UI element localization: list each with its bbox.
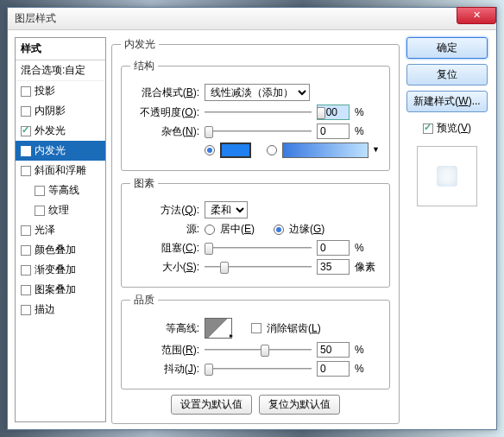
opacity-label: 不透明度(O):	[130, 105, 199, 120]
method-select[interactable]: 柔和	[205, 201, 248, 218]
preview-checkbox[interactable]	[423, 124, 433, 134]
window-title: 图层样式	[15, 11, 56, 26]
sidebar-item-label: 内发光	[35, 143, 66, 158]
sidebar-item-label: 颜色叠加	[35, 243, 76, 257]
quality-legend: 品质	[130, 293, 158, 307]
sidebar-item-等高线[interactable]: 等高线	[16, 180, 105, 200]
sidebar-checkbox[interactable]	[21, 106, 31, 117]
jitter-input[interactable]: 0	[317, 361, 350, 377]
preview-toggle[interactable]: 预览(V)	[423, 121, 471, 136]
reset-default-button[interactable]: 复位为默认值	[259, 395, 340, 415]
sidebar-item-内阴影[interactable]: 内阴影	[16, 101, 105, 121]
choke-slider[interactable]	[205, 241, 312, 255]
set-default-button[interactable]: 设置为默认值	[171, 395, 252, 415]
antialias-checkbox[interactable]	[251, 323, 261, 333]
source-edge-label: 边缘(G)	[289, 222, 324, 237]
sidebar-item-光泽[interactable]: 光泽	[16, 220, 105, 240]
range-unit: %	[355, 344, 381, 356]
panel-fieldset: 内发光 结构 混合模式(B): 线性减淡（添加） 不透明度(O): 100 %	[111, 37, 400, 424]
sidebar-item-label: 描边	[35, 302, 55, 317]
sidebar-checkbox[interactable]	[21, 166, 31, 176]
close-button[interactable]: ✕	[457, 7, 496, 24]
range-input[interactable]: 50	[317, 342, 350, 358]
sidebar-item-内发光[interactable]: 内发光	[16, 141, 105, 161]
size-unit: 像素	[355, 260, 381, 275]
sidebar-checkbox[interactable]	[21, 146, 31, 156]
noise-unit: %	[355, 125, 381, 137]
content: 样式 混合选项:自定 投影内阴影外发光内发光斜面和浮雕等高线纹理光泽颜色叠加渐变…	[8, 30, 496, 429]
sidebar-item-label: 斜面和浮雕	[35, 163, 86, 178]
choke-label: 阻塞(C):	[130, 241, 199, 256]
sidebar-checkbox[interactable]	[21, 285, 31, 295]
sidebar-checkbox[interactable]	[21, 305, 31, 315]
antialias-label: 消除锯齿(L)	[267, 321, 321, 336]
method-label: 方法(Q):	[130, 203, 199, 218]
sidebar-item-label: 等高线	[48, 183, 79, 198]
noise-slider[interactable]	[205, 124, 312, 138]
structure-group: 结构 混合模式(B): 线性减淡（添加） 不透明度(O): 100 % 杂色(N…	[121, 59, 390, 171]
sidebar-checkbox[interactable]	[35, 186, 45, 196]
new-style-button[interactable]: 新建样式(W)...	[406, 91, 488, 112]
sidebar-item-投影[interactable]: 投影	[16, 81, 105, 101]
panel-title: 内发光	[121, 37, 159, 52]
sidebar-item-label: 外发光	[35, 124, 66, 138]
titlebar[interactable]: 图层样式 ✕	[8, 8, 496, 30]
layer-style-dialog: 图层样式 ✕ 样式 混合选项:自定 投影内阴影外发光内发光斜面和浮雕等高线纹理光…	[7, 7, 497, 430]
size-slider[interactable]	[205, 260, 312, 274]
preview-thumbnail	[417, 146, 477, 206]
source-edge-radio[interactable]	[274, 225, 284, 235]
contour-label: 等高线:	[130, 321, 199, 336]
sidebar-checkbox[interactable]	[21, 86, 31, 97]
size-input[interactable]: 35	[317, 259, 350, 275]
sidebar-item-外发光[interactable]: 外发光	[16, 121, 105, 141]
sidebar-item-图案叠加[interactable]: 图案叠加	[16, 280, 105, 300]
sidebar-header[interactable]: 样式	[16, 38, 105, 60]
sidebar-item-纹理[interactable]: 纹理	[16, 200, 105, 220]
sidebar-item-label: 内阴影	[35, 104, 66, 118]
sidebar-checkbox[interactable]	[35, 206, 45, 216]
sidebar-checkbox[interactable]	[21, 245, 31, 256]
blend-mode-select[interactable]: 线性减淡（添加）	[205, 84, 310, 101]
choke-unit: %	[355, 242, 381, 254]
range-slider[interactable]	[205, 343, 312, 357]
structure-legend: 结构	[130, 59, 158, 73]
opacity-unit: %	[355, 106, 381, 118]
sidebar-item-label: 图案叠加	[35, 282, 76, 297]
contour-picker[interactable]	[205, 318, 232, 339]
sidebar-checkbox[interactable]	[21, 126, 31, 136]
sidebar-item-斜面和浮雕[interactable]: 斜面和浮雕	[16, 161, 105, 180]
sidebar-checkbox[interactable]	[21, 225, 31, 236]
noise-label: 杂色(N):	[130, 124, 199, 139]
choke-input[interactable]: 0	[317, 240, 350, 256]
styles-sidebar: 样式 混合选项:自定 投影内阴影外发光内发光斜面和浮雕等高线纹理光泽颜色叠加渐变…	[15, 37, 106, 422]
sidebar-item-描边[interactable]: 描边	[16, 300, 105, 320]
sidebar-item-颜色叠加[interactable]: 颜色叠加	[16, 240, 105, 260]
sidebar-item-label: 投影	[35, 84, 55, 98]
main-panel: 内发光 结构 混合模式(B): 线性减淡（添加） 不透明度(O): 100 %	[111, 37, 400, 422]
cancel-button[interactable]: 复位	[406, 64, 488, 86]
color-solid-radio[interactable]	[205, 145, 215, 155]
color-swatch[interactable]	[220, 142, 251, 158]
preview-label: 预览(V)	[437, 121, 471, 136]
blend-mode-label: 混合模式(B):	[130, 86, 199, 100]
ok-button[interactable]: 确定	[406, 37, 488, 59]
elements-group: 图素 方法(Q): 柔和 源: 居中(E) 边缘(G) 阻塞(C):	[121, 176, 390, 288]
source-center-label: 居中(E)	[220, 222, 255, 237]
quality-group: 品质 等高线: 消除锯齿(L) 范围(R): 50 %	[121, 293, 390, 390]
jitter-slider[interactable]	[205, 362, 312, 376]
sidebar-item-label: 纹理	[48, 203, 69, 218]
sidebar-item-label: 光泽	[35, 223, 55, 238]
source-label: 源:	[130, 222, 199, 237]
sidebar-item-label: 渐变叠加	[35, 263, 76, 277]
noise-input[interactable]: 0	[317, 124, 350, 139]
sidebar-checkbox[interactable]	[21, 265, 31, 276]
size-label: 大小(S):	[130, 260, 199, 275]
color-gradient-radio[interactable]	[267, 145, 277, 155]
right-column: 确定 复位 新建样式(W)... 预览(V)	[405, 37, 489, 422]
opacity-slider[interactable]	[205, 105, 312, 119]
sidebar-item-渐变叠加[interactable]: 渐变叠加	[16, 260, 105, 280]
sidebar-blend-options[interactable]: 混合选项:自定	[16, 60, 105, 81]
range-label: 范围(R):	[130, 343, 199, 358]
gradient-swatch[interactable]	[282, 142, 369, 158]
source-center-radio[interactable]	[205, 225, 215, 235]
